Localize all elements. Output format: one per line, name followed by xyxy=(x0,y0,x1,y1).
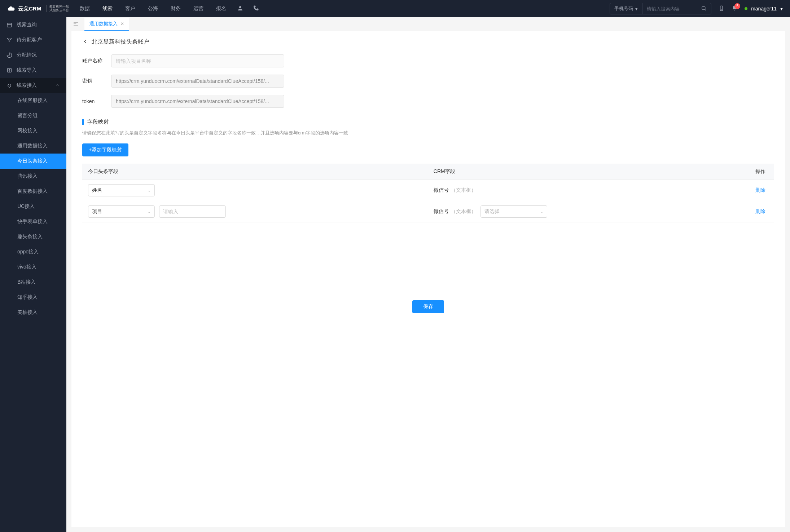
account-name-input[interactable] xyxy=(111,54,284,67)
calendar-icon xyxy=(6,22,12,28)
svg-marker-7 xyxy=(7,38,12,42)
crm-field-name: 微信号（文本框） xyxy=(434,187,476,194)
sidebar-label: 线索查询 xyxy=(17,22,37,28)
sidebar-item[interactable]: 待分配客户 xyxy=(0,32,66,48)
notification-badge: 5 xyxy=(734,3,740,9)
layout: 线索查询待分配客户分配情况线索导入线索接入在线客服接入留言分组网校接入通用数据接… xyxy=(0,17,790,532)
sidebar-sub-item[interactable]: 趣头条接入 xyxy=(0,229,66,244)
phone-icon[interactable] xyxy=(253,5,259,13)
sidebar-sub-item[interactable]: UC接入 xyxy=(0,199,66,214)
section-desc: 请确保您在此填写的头条自定义字段名称与在今日头条平台中自定义的字段名称一致，并且… xyxy=(82,130,774,136)
page-title: 北京昱新科技头条账户 xyxy=(92,38,149,46)
sidebar-item[interactable]: 分配情况 xyxy=(0,48,66,63)
breadcrumb: 北京昱新科技头条账户 xyxy=(82,38,774,46)
mobile-icon[interactable] xyxy=(719,5,724,12)
nav-item[interactable]: 财务 xyxy=(171,5,181,12)
sidebar-item[interactable]: 线索导入 xyxy=(0,63,66,78)
sidebar-label: 线索导入 xyxy=(17,67,37,74)
sidebar: 线索查询待分配客户分配情况线索导入线索接入在线客服接入留言分组网校接入通用数据接… xyxy=(0,17,66,532)
sidebar-label: 待分配客户 xyxy=(17,37,42,43)
nav-item[interactable]: 报名 xyxy=(216,5,226,12)
chevron-down-icon: ⌄ xyxy=(540,209,543,214)
header-right: 手机号码 ▾ 5 manager11 ▾ xyxy=(610,3,783,14)
sidebar-label: 线索接入 xyxy=(17,82,37,89)
account-label: 账户名称 xyxy=(82,58,111,64)
field-mapping-table: 今日头条字段 CRM字段 操作 姓名⌄微信号（文本框）删除项目⌄微信号（文本框）… xyxy=(82,164,774,222)
sidebar-sub-item[interactable]: 百度数据接入 xyxy=(0,184,66,199)
sidebar-sub-item[interactable]: B站接入 xyxy=(0,275,66,290)
sidebar-sub-item[interactable]: 美柚接入 xyxy=(0,305,66,320)
delete-row-link[interactable]: 删除 xyxy=(755,208,765,214)
secret-input[interactable] xyxy=(111,75,284,88)
section-header: 字段映射 xyxy=(82,119,774,125)
sidebar-sub-item[interactable]: 在线客服接入 xyxy=(0,93,66,108)
collapse-sidebar-icon[interactable] xyxy=(70,21,82,28)
form-row-token: token xyxy=(82,95,774,108)
tab-close-icon[interactable]: ✕ xyxy=(120,21,124,26)
sidebar-sub-item[interactable]: vivo接入 xyxy=(0,260,66,275)
svg-point-0 xyxy=(239,6,241,8)
nav-item[interactable]: 运营 xyxy=(193,5,203,12)
user-menu[interactable]: manager11 ▾ xyxy=(745,6,783,12)
nav-item[interactable]: 客户 xyxy=(125,5,135,12)
sidebar-sub-item[interactable]: 快手表单接入 xyxy=(0,214,66,229)
search-button[interactable] xyxy=(697,5,711,12)
section-accent-bar xyxy=(82,119,84,125)
main-content: 通用数据接入 ✕ 北京昱新科技头条账户 账户名称 密钥 token xyxy=(66,17,790,532)
form-row-account: 账户名称 xyxy=(82,54,774,67)
footer: 保存 xyxy=(82,294,774,315)
logo[interactable]: 云朵CRM 教育机构一站 式服务云平台 xyxy=(7,5,69,13)
delete-row-link[interactable]: 删除 xyxy=(755,187,765,193)
chevron-up-icon xyxy=(56,83,60,88)
nav-item[interactable]: 公海 xyxy=(148,5,158,12)
table-row: 姓名⌄微信号（文本框）删除 xyxy=(82,180,774,201)
search-box: 手机号码 ▾ xyxy=(610,3,711,14)
back-button[interactable] xyxy=(82,39,88,45)
nav-item[interactable]: 数据 xyxy=(80,5,90,12)
sidebar-sub-item[interactable]: 通用数据接入 xyxy=(0,138,66,154)
sidebar-item[interactable]: 线索接入 xyxy=(0,78,66,93)
top-header: 云朵CRM 教育机构一站 式服务云平台 数据线索客户公海财务运营报名 手机号码 … xyxy=(0,0,790,17)
token-input[interactable] xyxy=(111,95,284,108)
sidebar-sub-item[interactable]: 腾讯接入 xyxy=(0,169,66,184)
search-type-select[interactable]: 手机号码 ▾ xyxy=(610,3,642,14)
th-crm: CRM字段 xyxy=(428,164,717,180)
online-status-dot xyxy=(745,7,747,10)
main-nav: 数据线索客户公海财务运营报名 xyxy=(80,5,226,12)
tab-item[interactable]: 通用数据接入 ✕ xyxy=(84,18,129,31)
toutiao-field-select[interactable]: 姓名⌄ xyxy=(88,184,155,196)
table-row: 项目⌄微信号（文本框）请选择⌄删除 xyxy=(82,201,774,222)
token-label: token xyxy=(82,98,111,104)
chevron-left-icon xyxy=(82,39,88,44)
crm-field-select[interactable]: 请选择⌄ xyxy=(480,205,547,218)
sidebar-sub-item[interactable]: 留言分组 xyxy=(0,108,66,123)
sidebar-sub-item[interactable]: 知乎接入 xyxy=(0,290,66,305)
th-toutiao: 今日头条字段 xyxy=(82,164,428,180)
add-field-mapping-button[interactable]: +添加字段映射 xyxy=(82,143,128,156)
page-content: 北京昱新科技头条账户 账户名称 密钥 token 字段映射 请确保您在此填写的头… xyxy=(71,31,785,527)
sidebar-item[interactable]: 线索查询 xyxy=(0,17,66,32)
form-row-secret: 密钥 xyxy=(82,75,774,88)
user-add-icon[interactable] xyxy=(237,5,243,13)
chart-icon xyxy=(6,52,12,58)
chevron-down-icon: ⌄ xyxy=(148,209,151,214)
toutiao-field-input[interactable] xyxy=(159,205,226,218)
user-name: manager11 xyxy=(751,6,777,12)
export-icon xyxy=(6,67,12,73)
logo-subtitle: 教育机构一站 式服务云平台 xyxy=(46,5,69,12)
header-action-icons xyxy=(237,5,259,13)
sidebar-sub-item[interactable]: 网校接入 xyxy=(0,123,66,138)
sidebar-sub-item[interactable]: 今日头条接入 xyxy=(0,154,66,169)
tab-label: 通用数据接入 xyxy=(89,21,118,27)
chevron-down-icon: ▾ xyxy=(780,6,783,12)
plug-icon xyxy=(6,83,12,88)
filter-icon xyxy=(6,37,12,43)
nav-item[interactable]: 线索 xyxy=(102,5,113,12)
toutiao-field-select[interactable]: 项目⌄ xyxy=(88,205,155,218)
svg-point-1 xyxy=(702,6,705,9)
svg-rect-3 xyxy=(720,6,723,10)
save-button[interactable]: 保存 xyxy=(412,300,444,313)
sidebar-sub-item[interactable]: oppo接入 xyxy=(0,244,66,260)
search-input[interactable] xyxy=(642,6,697,12)
notification-bell[interactable]: 5 xyxy=(732,5,737,12)
